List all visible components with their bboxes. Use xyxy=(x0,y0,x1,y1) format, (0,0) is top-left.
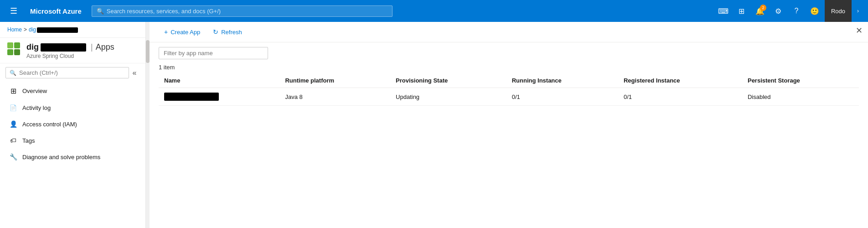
toolbar: + Create App ↻ Refresh xyxy=(150,22,868,42)
resource-header: dig | Apps Azure Spring Cloud xyxy=(0,38,145,63)
cell-persistent-storage: Disabled xyxy=(742,88,859,106)
sidebar-item-activity-log[interactable]: 📄 Activity log xyxy=(0,100,145,116)
spring-cloud-icon xyxy=(7,42,22,57)
svg-rect-2 xyxy=(7,49,13,55)
sidebar-search-input[interactable] xyxy=(19,69,125,76)
create-app-icon: + xyxy=(164,28,168,36)
cell-provisioning-state: Updating xyxy=(390,88,506,106)
close-button[interactable]: ✕ xyxy=(856,26,863,36)
cloud-shell-icon[interactable]: ⌨ xyxy=(715,3,732,19)
col-provisioning: Provisioning State xyxy=(390,73,506,88)
breadcrumb-home[interactable]: Home xyxy=(7,26,22,33)
apps-section-label: Apps xyxy=(96,42,114,52)
sidebar-item-tags-label: Tags xyxy=(22,137,35,144)
sidebar-item-overview[interactable]: ⊞ Overview xyxy=(0,82,145,100)
sidebar-search-box[interactable]: 🔍 xyxy=(5,67,129,78)
resource-subtitle: Azure Spring Cloud xyxy=(26,53,138,59)
col-running: Running Instance xyxy=(506,73,618,88)
hamburger-menu[interactable]: ☰ xyxy=(5,3,22,19)
cell-running-instance: 0/1 xyxy=(506,88,618,106)
breadcrumb-separator: > xyxy=(24,26,27,33)
notification-badge: 2 xyxy=(760,5,766,11)
svg-rect-1 xyxy=(14,42,20,48)
sidebar-search-icon: 🔍 xyxy=(10,70,16,76)
search-icon: 🔍 xyxy=(97,8,104,15)
sidebar-nav-items: ⊞ Overview 📄 Activity log 👤 Access contr… xyxy=(0,82,145,228)
sidebar-item-tags[interactable]: 🏷 Tags xyxy=(0,132,145,149)
refresh-icon: ↻ xyxy=(213,28,218,36)
page-body: Home > dig dig | Apps Azure Spring C xyxy=(0,22,868,228)
apps-table: Name Runtime platform Provisioning State… xyxy=(159,73,859,106)
overview-icon: ⊞ xyxy=(9,87,18,95)
cell-name[interactable] xyxy=(159,88,279,106)
diagnose-icon: 🔧 xyxy=(9,153,18,161)
create-app-label: Create App xyxy=(170,29,200,36)
sidebar-item-access-control[interactable]: 👤 Access control (IAM) xyxy=(0,116,145,132)
refresh-button[interactable]: ↻ Refresh xyxy=(207,26,248,38)
main-content: ✕ + Create App ↻ Refresh 1 item Name xyxy=(150,22,868,228)
sidebar-item-overview-label: Overview xyxy=(22,88,47,94)
resource-title-block: dig | Apps Azure Spring Cloud xyxy=(26,42,138,59)
svg-rect-3 xyxy=(14,49,20,55)
col-registered: Registered Instance xyxy=(618,73,742,88)
sidebar: Home > dig dig | Apps Azure Spring C xyxy=(0,22,146,228)
refresh-label: Refresh xyxy=(221,29,242,36)
breadcrumb-resource: dig xyxy=(29,26,78,33)
col-runtime: Runtime platform xyxy=(279,73,390,88)
app-name-redacted xyxy=(164,93,219,101)
create-app-button[interactable]: + Create App xyxy=(159,26,206,38)
sidebar-item-diagnose-label: Diagnose and solve problems xyxy=(22,154,100,161)
breadcrumb: Home > dig xyxy=(0,22,145,38)
nav-icon-group: ⌨ ⊞ 🔔 2 ⚙ ? 🙂 Rodo › xyxy=(715,0,863,22)
cell-registered-instance: 0/1 xyxy=(618,88,742,106)
table-row: Java 8 Updating 0/1 0/1 Disabled xyxy=(159,88,859,106)
activity-log-icon: 📄 xyxy=(9,104,18,111)
table-area: Name Runtime platform Provisioning State… xyxy=(150,73,868,228)
nav-expand-button[interactable]: › xyxy=(853,0,863,22)
resource-name: dig | Apps xyxy=(26,42,138,52)
sidebar-search-row: 🔍 « xyxy=(0,63,145,82)
user-account-button[interactable]: Rodo xyxy=(825,0,852,22)
breadcrumb-resource-link[interactable]: dig xyxy=(29,26,78,33)
sidebar-collapse-button[interactable]: « xyxy=(129,67,140,78)
sidebar-scrollbar[interactable] xyxy=(146,22,150,228)
col-persistent: Persistent Storage xyxy=(742,73,859,88)
col-name: Name xyxy=(159,73,279,88)
table-header: Name Runtime platform Provisioning State… xyxy=(159,73,859,88)
sidebar-item-activity-log-label: Activity log xyxy=(22,104,51,111)
filter-bar xyxy=(150,42,868,62)
notifications-icon[interactable]: 🔔 2 xyxy=(752,3,768,19)
table-body: Java 8 Updating 0/1 0/1 Disabled xyxy=(159,88,859,106)
resource-name-text: dig xyxy=(26,42,88,52)
sidebar-item-access-control-label: Access control (IAM) xyxy=(22,121,77,128)
cell-runtime: Java 8 xyxy=(279,88,390,106)
portal-settings-icon[interactable]: ⊞ xyxy=(734,3,750,19)
svg-rect-0 xyxy=(7,42,13,48)
brand-logo: Microsoft Azure xyxy=(30,7,82,15)
feedback-icon[interactable]: 🙂 xyxy=(806,3,823,19)
help-icon[interactable]: ? xyxy=(788,3,805,19)
settings-icon[interactable]: ⚙ xyxy=(770,3,786,19)
global-search-input[interactable] xyxy=(107,8,388,15)
access-control-icon: 👤 xyxy=(9,120,18,128)
top-navigation: ☰ Microsoft Azure 🔍 ⌨ ⊞ 🔔 2 ⚙ ? 🙂 Rodo › xyxy=(0,0,868,22)
item-count: 1 item xyxy=(150,62,868,73)
sidebar-item-diagnose[interactable]: 🔧 Diagnose and solve problems xyxy=(0,149,145,165)
global-search-box[interactable]: 🔍 xyxy=(92,5,393,17)
tags-icon: 🏷 xyxy=(9,137,18,144)
filter-input[interactable] xyxy=(159,47,268,59)
